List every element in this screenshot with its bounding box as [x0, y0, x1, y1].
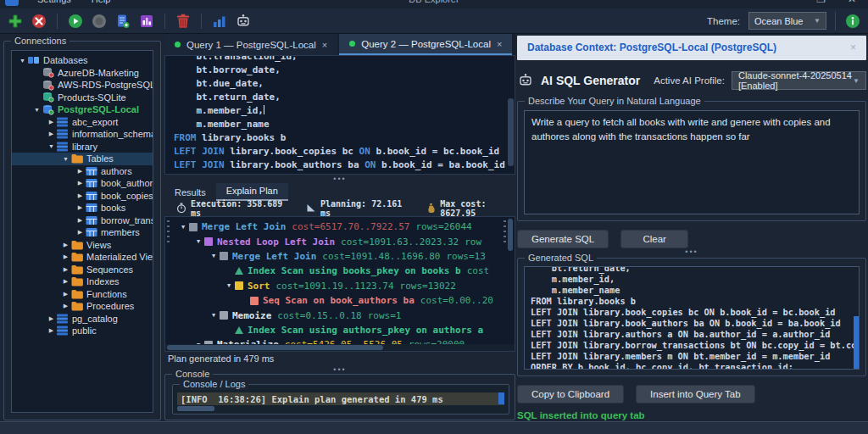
- editor-scrollbar[interactable]: [508, 98, 514, 166]
- maximize-icon[interactable]: ❐: [816, 0, 826, 5]
- expand-arrow-icon[interactable]: ▶: [75, 180, 86, 186]
- banner-close-icon[interactable]: ×: [850, 42, 856, 53]
- expand-arrow-icon[interactable]: ▶: [60, 253, 71, 260]
- splitter-handle[interactable]: •••: [164, 365, 515, 373]
- tab-query-1[interactable]: Query 1 — PostgreSQL-Local ×: [164, 34, 337, 55]
- tree-item-public[interactable]: ▶public: [12, 325, 153, 337]
- nl-query-input[interactable]: Write a query to fetch all books with wr…: [524, 110, 860, 214]
- tree-item-abc-export[interactable]: ▶abc_export: [12, 116, 153, 129]
- plan-horizontal-scrollbar[interactable]: [165, 344, 515, 351]
- chart-icon[interactable]: [211, 13, 228, 30]
- delete-icon[interactable]: [175, 13, 192, 30]
- tree-item-borrow-transactions[interactable]: ▶borrow_transactions: [12, 214, 153, 227]
- collapse-arrow-icon[interactable]: ▼: [208, 253, 220, 259]
- collapse-arrow-icon[interactable]: ▼: [192, 238, 204, 245]
- expand-arrow-icon[interactable]: ▶: [60, 291, 71, 298]
- collapse-arrow-icon[interactable]: ▼: [17, 58, 28, 64]
- plan-node[interactable]: ▼Nested Loop Left Joincost=1091.63..2023…: [177, 234, 515, 248]
- collapse-arrow-icon[interactable]: ▼: [60, 156, 71, 162]
- generated-sql-box[interactable]: bt.return_date, m.member_id, m.member_na…: [524, 266, 860, 370]
- expand-arrow-icon[interactable]: ▶: [75, 217, 86, 224]
- tree-item-information-schema[interactable]: ▶information_schema: [12, 128, 153, 141]
- tree-item-postgresql-local[interactable]: ▼PostgreSQL-Local: [12, 103, 153, 116]
- generate-sql-button[interactable]: Generate SQL: [517, 230, 609, 248]
- ai-robot-icon[interactable]: [235, 13, 252, 30]
- log-area[interactable]: [INFO 16:38:26] Explain plan generated i…: [177, 392, 504, 405]
- generated-sql-line: LEFT JOIN library.members m ON bt.member…: [531, 351, 859, 362]
- plan-vertical-scrollbar[interactable]: [508, 219, 513, 251]
- moneybag-icon: [426, 203, 436, 215]
- ai-profile-dropdown[interactable]: Claude-sonnet-4-20250514 [Enabled] ▼: [732, 71, 866, 90]
- tree-item-materialized-views[interactable]: ▶Materialized Views: [12, 251, 153, 264]
- sql-scrollbar[interactable]: [854, 316, 859, 369]
- expand-arrow-icon[interactable]: ▶: [46, 327, 57, 334]
- expand-arrow-icon[interactable]: ▶: [75, 229, 86, 236]
- log-horizontal-scrollbar[interactable]: [177, 406, 214, 411]
- add-connection-icon[interactable]: [7, 13, 24, 30]
- close-connection-icon[interactable]: [31, 13, 47, 30]
- tree-item-procedures[interactable]: ▶Procedures: [12, 300, 153, 313]
- new-query-tab-icon[interactable]: [114, 13, 131, 30]
- tree-item-databases[interactable]: ▼Databases: [12, 54, 153, 67]
- tree-item-sequences[interactable]: ▶Sequences: [12, 264, 153, 276]
- tree-item-pg-catalog[interactable]: ▶pg_catalog: [12, 313, 153, 326]
- grip-icon[interactable]: [167, 220, 170, 242]
- collapse-arrow-icon[interactable]: ▼: [46, 143, 57, 149]
- theme-dropdown[interactable]: Ocean Blue ▼: [748, 12, 826, 30]
- tree-item-members[interactable]: ▶members: [12, 226, 153, 239]
- expand-arrow-icon[interactable]: ▶: [60, 242, 71, 248]
- plan-node[interactable]: ▼Merge Left Joincost=1091.48..1696.80row…: [177, 249, 515, 264]
- tree-item-tables[interactable]: ▼Tables: [12, 153, 153, 165]
- expand-arrow-icon[interactable]: ▶: [75, 192, 86, 199]
- expand-arrow-icon[interactable]: ▶: [46, 315, 57, 322]
- splitter-handle[interactable]: •••: [164, 175, 515, 182]
- clear-button[interactable]: Clear: [620, 230, 688, 248]
- stop-icon[interactable]: [91, 13, 108, 30]
- expand-arrow-icon[interactable]: ▶: [46, 131, 57, 137]
- plan-node[interactable]: ▼Memoizecost=0.15..0.18rows=1: [177, 308, 515, 322]
- plan-node[interactable]: Index Scan using books_pkey on books bco…: [177, 264, 515, 278]
- close-icon[interactable]: ✕: [848, 0, 856, 5]
- tree-item-products-sqlite[interactable]: Products-SQLite: [12, 92, 153, 104]
- copy-to-clipboard-button[interactable]: Copy to Clipboard: [517, 385, 624, 403]
- collapse-arrow-icon[interactable]: ▼: [223, 282, 235, 289]
- expand-arrow-icon[interactable]: ▶: [60, 278, 71, 285]
- editor-line: bt.due_date,: [174, 77, 515, 91]
- expand-arrow-icon[interactable]: ▶: [60, 266, 71, 273]
- tab-close-icon[interactable]: ×: [497, 39, 502, 49]
- plan-node-cost: cost=0.15..0.18: [277, 310, 361, 321]
- tree-item-book-authors[interactable]: ▶book_authors: [12, 177, 153, 190]
- tree-item-azuredb-marketing[interactable]: AzureDB-Marketing: [12, 67, 153, 80]
- collapse-arrow-icon[interactable]: ▼: [177, 224, 189, 231]
- tab-explain-plan[interactable]: Explain Plan: [216, 183, 288, 201]
- insert-into-query-tab-button[interactable]: Insert into Query Tab: [636, 385, 755, 403]
- expand-arrow-icon[interactable]: ▶: [75, 168, 86, 175]
- tree-item-views[interactable]: ▶Views: [12, 239, 153, 252]
- collapse-arrow-icon[interactable]: ▼: [208, 312, 220, 319]
- sql-editor[interactable]: bt.transaction_id, bt.borrow_date, bt.du…: [164, 55, 515, 175]
- expand-arrow-icon[interactable]: ▶: [46, 119, 57, 125]
- collapse-arrow-icon[interactable]: ▼: [31, 107, 42, 113]
- tab-close-icon[interactable]: ×: [322, 40, 327, 50]
- tree-item-functions[interactable]: ▶Functions: [12, 288, 153, 301]
- plan-node[interactable]: ▼Merge Left Joincost=6517.70..7922.57row…: [177, 220, 515, 234]
- tab-query-2[interactable]: Query 2 — PostgreSQL-Local ×: [339, 34, 512, 55]
- stopwatch-icon: [176, 203, 186, 215]
- ai-panel: Database Context: PostgreSQL-Local (Post…: [517, 36, 866, 420]
- tree-item-library[interactable]: ▼library: [12, 141, 153, 153]
- tree-item-aws-rds-postgresql[interactable]: AWS-RDS-PostgreSQL: [12, 79, 153, 92]
- plan-node[interactable]: ▼Sortcost=1091.19..1123.74rows=13022: [177, 279, 515, 293]
- log-scrollbar[interactable]: [498, 392, 504, 404]
- plan-node[interactable]: Seq Scan on book_authors bacost=0.00..20: [177, 293, 515, 308]
- tree-item-books[interactable]: ▶books: [12, 202, 153, 214]
- tree-item-indexes[interactable]: ▶Indexes: [12, 275, 153, 288]
- run-query-icon[interactable]: [67, 13, 84, 30]
- tree-item-book-copies[interactable]: ▶book_copies: [12, 190, 153, 203]
- info-icon[interactable]: [844, 13, 861, 30]
- grip-icon[interactable]: [504, 220, 506, 242]
- expand-arrow-icon[interactable]: ▶: [60, 303, 71, 309]
- plan-node[interactable]: Index Scan using authors_pkey on authors…: [177, 323, 515, 337]
- visualize-icon[interactable]: [138, 13, 155, 30]
- tree-item-authors[interactable]: ▶authors: [12, 165, 153, 178]
- expand-arrow-icon[interactable]: ▶: [75, 204, 86, 211]
